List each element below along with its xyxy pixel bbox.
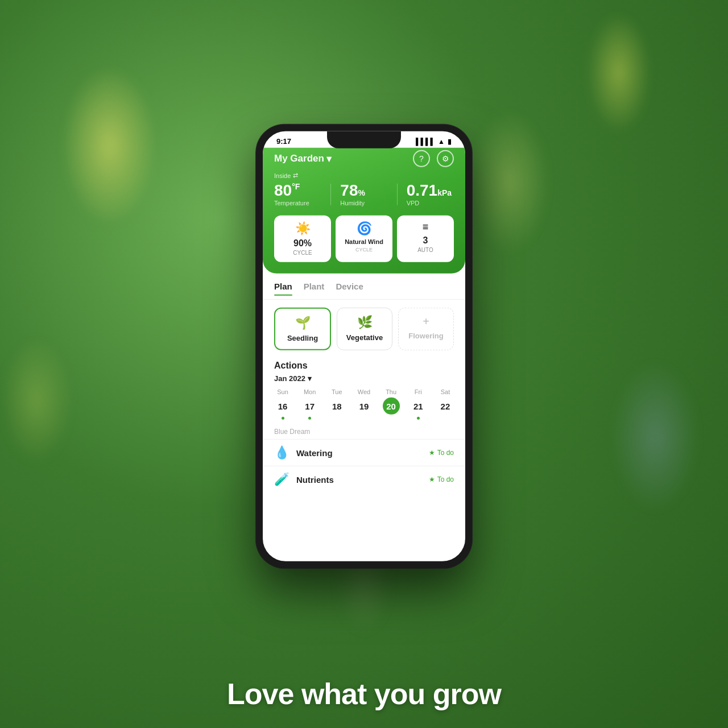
action-left-nutrients: 🧪 Nutrients [274,472,334,487]
day-label-wed: Wed [358,388,370,395]
plan-cards: 🌱 Seedling 🌿 Vegetative + Flowering [263,300,465,358]
wind-sub-label: CYCLE [355,247,373,253]
plan-card-vegetative[interactable]: 🌿 Vegetative [337,308,392,350]
sensor-row: 80°F Temperature 78% Humidity [274,183,454,206]
watering-status: ★ To do [429,449,454,457]
action-left-watering: 💧 Watering [274,445,333,460]
day-label-thu: Thu [386,388,396,395]
nav-icons: ? ⚙ [413,150,454,167]
day-dot-mon [308,417,311,420]
nutrients-name: Nutrients [296,474,334,484]
temperature-sensor: 80°F Temperature [274,183,321,206]
date-label: Jan 2022 [274,374,305,383]
help-button[interactable]: ? [413,150,430,167]
sensor-label: Inside ⇄ [274,172,454,179]
cal-day-sun[interactable]: Sun 16 [274,388,291,420]
plan-card-seedling[interactable]: 🌱 Seedling [274,308,331,350]
nutrients-icon: 🧪 [274,472,289,487]
auto-label: AUTO [417,247,433,254]
sensor-divider-2 [397,184,398,205]
dropdown-icon: ▾ [326,152,332,164]
day-num-thu: 20 [383,398,400,415]
day-dot-sun [282,417,284,420]
auto-control-card[interactable]: ≡ 3 AUTO [397,216,454,262]
day-dot-fri [417,417,420,420]
vegetative-label: Vegetative [346,333,383,342]
vpd-sensor: 0.71kPa VPD [407,183,454,206]
humidity-label: Humidity [340,200,387,206]
day-label-sat: Sat [441,388,450,395]
date-dropdown-icon: ▾ [308,374,312,383]
nutrients-status: ★ To do [429,475,454,483]
header-area: My Garden ▾ ? ⚙ Inside ⇄ [263,148,465,274]
vpd-value: 0.71kPa [407,183,454,198]
light-label: CYCLE [293,250,312,257]
auto-icon: ≡ [423,221,429,233]
seedling-icon: 🌱 [295,316,311,330]
wind-main-label: Natural Wind [345,238,383,246]
sun-icon: ☀️ [295,221,311,236]
watering-icon: 💧 [274,445,289,460]
settings-button[interactable]: ⚙ [437,150,454,167]
cal-day-wed[interactable]: Wed 19 [355,388,373,420]
phone: 9:17 ▌▌▌▌ ▲ ▮ My Garden ▾ ? [256,125,472,568]
plant-label-row: Blue Dream [263,425,465,439]
plan-card-flowering[interactable]: + Flowering [398,308,454,350]
cal-day-fri[interactable]: Fri 21 [410,388,427,420]
temperature-value: 80°F [274,183,321,198]
vegetative-icon: 🌿 [357,315,373,330]
battery-icon: ▮ [448,137,452,145]
seedling-label: Seedling [287,334,318,342]
notch [327,131,401,148]
flowering-label: Flowering [408,332,443,340]
actions-header: Actions Jan 2022 ▾ [263,358,465,388]
day-num-sat: 22 [437,398,454,415]
light-value: 90% [293,238,312,249]
tab-device[interactable]: Device [336,282,363,295]
light-control-card[interactable]: ☀️ 90% CYCLE [274,216,331,262]
cal-day-sat[interactable]: Sat 22 [437,388,454,420]
wifi-icon: ▲ [438,137,445,145]
day-label-fri: Fri [415,388,422,395]
wind-control-card[interactable]: 🌀 Natural Wind CYCLE [336,216,392,262]
tab-plant[interactable]: Plant [304,282,325,295]
nutrients-status-label: To do [437,475,454,483]
watering-status-label: To do [437,449,454,457]
nav-bar: My Garden ▾ ? ⚙ [274,148,454,172]
action-item-watering[interactable]: 💧 Watering ★ To do [263,439,465,466]
cal-day-thu[interactable]: Thu 20 [383,388,400,420]
auto-value: 3 [423,235,428,246]
vpd-label: VPD [407,200,454,206]
wind-icon: ⇄ [293,172,298,179]
humidity-value: 78% [340,183,387,198]
humidity-sensor: 78% Humidity [340,183,387,206]
tab-plan[interactable]: Plan [274,282,292,295]
day-num-sun: 16 [274,398,291,415]
cal-day-tue[interactable]: Tue 18 [328,388,345,420]
help-icon: ? [419,154,424,163]
watering-name: Watering [296,448,333,457]
temperature-label: Temperature [274,200,321,206]
garden-title: My Garden [274,153,324,164]
phone-screen: 9:17 ▌▌▌▌ ▲ ▮ My Garden ▾ ? [263,131,465,561]
calendar-row: Sun 16 Mon 17 Tue 18 Wed 19 [263,388,465,425]
status-icons: ▌▌▌▌ ▲ ▮ [416,137,452,145]
nav-title[interactable]: My Garden ▾ [274,152,332,164]
control-cards: ☀️ 90% CYCLE 🌀 Natural Wind CYCLE ≡ 3 AU… [274,216,454,262]
signal-icon: ▌▌▌▌ [416,137,435,145]
day-num-mon: 17 [301,398,318,415]
location-label: Inside [274,172,291,179]
tagline: Love what you grow [0,677,728,711]
actions-title: Actions [274,361,454,371]
day-num-tue: 18 [328,398,345,415]
cal-day-mon[interactable]: Mon 17 [301,388,318,420]
watering-star-icon: ★ [429,449,435,457]
settings-icon: ⚙ [442,154,449,163]
nutrients-star-icon: ★ [429,475,435,483]
tabs-row: Plan Plant Device [263,274,465,300]
day-num-fri: 21 [410,398,427,415]
add-icon: + [423,315,429,328]
phone-wrapper: 9:17 ▌▌▌▌ ▲ ▮ My Garden ▾ ? [256,125,472,568]
date-selector[interactable]: Jan 2022 ▾ [274,374,454,383]
action-item-nutrients[interactable]: 🧪 Nutrients ★ To do [263,466,465,493]
